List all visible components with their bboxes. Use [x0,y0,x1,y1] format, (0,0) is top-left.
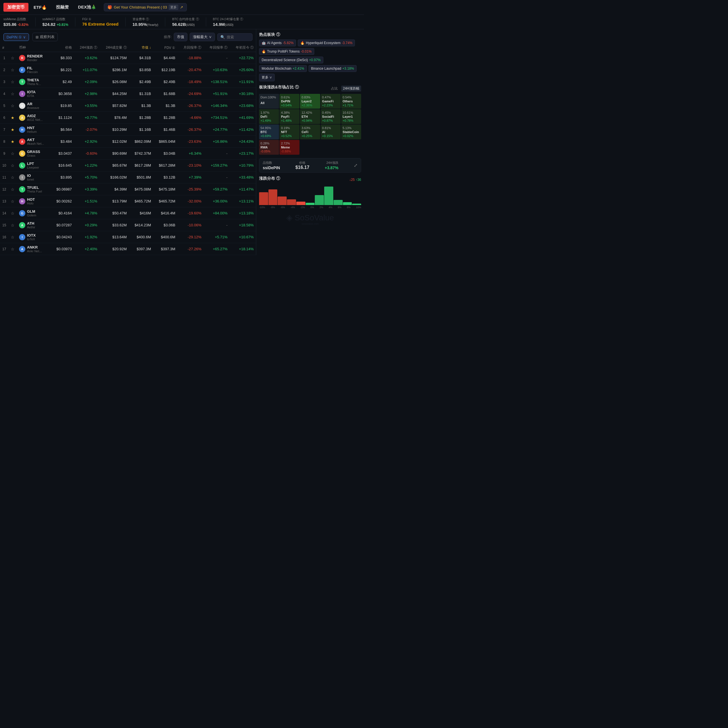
cell-coin[interactable]: AANKRAnkr Net... [17,243,51,255]
xmas-banner[interactable]: 🎁 Get Your Christmas Present ( 03 更多 ↗ [104,3,187,11]
col-vol24h[interactable]: 24H成交量 ① [99,43,129,52]
cell-star[interactable]: ☆ [9,100,17,112]
cell-coin[interactable]: AARArweave [17,100,51,112]
treemap-cell[interactable]: 0.83%Layer2+2.36% [300,94,320,109]
star-button[interactable]: ☆ [11,211,14,216]
nav-etf[interactable]: ETF🔥 [29,3,51,12]
cell-coin[interactable]: AAKTAkash Net... [17,136,51,148]
star-button[interactable]: ☆ [11,187,14,192]
cell-star[interactable]: ☆ [9,219,17,231]
star-button[interactable]: ☆ [11,163,14,168]
treemap-cell[interactable]: 5.13%StableCoin+0.02% [341,125,361,139]
treemap-cell[interactable] [321,140,341,155]
sort-dir-btn[interactable]: 涨幅最大 ∨ [190,33,215,41]
cell-star[interactable]: ★ [9,112,17,124]
filter-depin[interactable]: DePIN ① ∨ [3,33,29,41]
cell-coin[interactable]: HHOTHolo [17,195,51,207]
cell-star[interactable]: ☆ [9,88,17,100]
cell-coin[interactable]: FFILFilecoin [17,64,51,76]
star-button[interactable]: ☆ [11,235,14,239]
treemap-cell[interactable]: 0.28%RWA-0.05% [259,140,279,155]
col-price[interactable]: 价格 [51,43,74,52]
treemap-tab-change[interactable]: 24H涨跌幅 [341,86,361,92]
xmas-more[interactable]: 更多 [169,5,178,10]
treemap-cell[interactable]: 10.61%Layer1+0.78% [341,109,361,124]
hot-tag[interactable]: 🤖AI Agents-5.82% [259,40,296,46]
star-button[interactable]: ☆ [11,92,14,96]
cell-star[interactable]: ☆ [9,159,17,171]
col-change24h[interactable]: 24H涨跌 ① [74,43,100,52]
treemap-cell[interactable]: Dom:100%All [259,94,279,109]
expand-icon[interactable]: ⤢ [354,163,358,168]
cell-coin[interactable]: IIOTAIOTA [17,88,51,100]
cell-coin[interactable]: GGLMGolem [17,207,51,219]
treemap-cell[interactable]: 3.63%CeFi+0.25% [300,125,320,139]
treemap-cell[interactable]: 0.47%GameFi+2.23% [321,94,341,109]
nav-dex[interactable]: DEX池🎄 [74,3,100,12]
cell-coin[interactable]: AATHAethir [17,219,51,231]
treemap-cell[interactable]: 0.61%DePIN+3.54% [280,94,300,109]
star-button[interactable]: ★ [11,115,14,120]
treemap-cell[interactable]: 0.45%SocialFi+0.87% [321,109,341,124]
cell-coin[interactable]: HHNTHelium [17,124,51,136]
cell-star[interactable]: ☆ [9,76,17,88]
cell-star[interactable]: ☆ [9,171,17,184]
cell-coin[interactable]: TTFUELTheta Fuel [17,184,51,195]
cell-coin[interactable]: AAIOZAIOZ Net... [17,112,51,124]
star-button[interactable]: ☆ [11,223,14,228]
treemap-cell[interactable]: 0.54%Others+1.71% [341,94,361,109]
star-button[interactable]: ☆ [11,68,14,72]
cell-star[interactable]: ☆ [9,231,17,243]
nav-crypto[interactable]: 加密货币 [3,3,28,12]
hot-tag[interactable]: 更多 ∨ [259,73,275,81]
star-button[interactable]: ☆ [11,56,14,60]
hot-tag[interactable]: Binance Launchpad+3.18% [309,65,356,72]
col-mcap[interactable]: 市值 ↓ [129,43,153,52]
star-button[interactable]: ☆ [11,80,14,84]
treemap-cell[interactable]: 54.95%BTC+0.69% [259,125,279,139]
hot-tag[interactable]: 🔥Trump PolitiFi Tokens-0.01% [259,48,314,55]
treemap-cell[interactable] [341,140,361,155]
hot-tag[interactable]: Modular Blockchain+2.41% [259,65,307,72]
star-button[interactable]: ☆ [11,175,14,180]
cell-coin[interactable]: GGRASSGrass [17,148,51,159]
cell-star[interactable]: ☆ [9,207,17,219]
treemap-cell[interactable]: 12.42%ETH+0.94% [300,109,320,124]
cell-coin[interactable]: IIOIonet [17,171,51,184]
col-yearly[interactable]: 年回报率 ① [203,43,230,52]
cell-star[interactable]: ☆ [9,195,17,207]
treemap-cell[interactable]: 0.19%NFT+0.52% [280,125,300,139]
nav-invest[interactable]: 投融资 [52,3,73,12]
cell-coin[interactable]: RRENDERRender [17,52,51,64]
treemap-cell[interactable] [300,140,320,155]
cell-coin[interactable]: LLPTLivepeer [17,159,51,171]
treemap-tab-pct[interactable]: 占比 [329,86,340,92]
treemap-cell[interactable]: 0.81%AI+0.15% [321,125,341,139]
cell-star[interactable]: ☆ [9,243,17,255]
hot-tag[interactable]: Decentralized Science (DeSci)+0.97% [259,57,323,63]
cell-star[interactable]: ☆ [9,148,17,159]
cell-star[interactable]: ☆ [9,64,17,76]
star-button[interactable]: ☆ [11,247,14,251]
col-monthly[interactable]: 月回报率 ① [177,43,203,52]
treemap-cell[interactable]: 4.38%PayFi+1.48% [280,109,300,124]
cell-star[interactable]: ★ [9,124,17,136]
cell-star[interactable]: ☆ [9,184,17,195]
cell-coin[interactable]: IIOTXIoTeX [17,231,51,243]
cell-star[interactable]: ☆ [9,52,17,64]
treemap-cell[interactable]: 2.72%Meme-0.88% [280,140,300,155]
sort-by-btn[interactable]: 市值 [174,33,187,41]
treemap-cell[interactable]: 1.97%DeFi+1.49% [259,109,279,124]
star-button[interactable]: ★ [11,139,14,144]
watch-list-btn[interactable]: ⊞ 观察列表 [32,33,58,41]
cell-star[interactable]: ★ [9,136,17,148]
star-button[interactable]: ★ [11,127,14,132]
star-button[interactable]: ☆ [11,199,14,203]
cell-coin[interactable]: TTHETATheta N... [17,76,51,88]
col-ytd[interactable]: 年初至今 ① [230,43,256,52]
hot-tag[interactable]: 🔥Hyperliquid Ecosystem-3.74% [298,40,355,46]
search-input[interactable] [226,35,249,39]
star-button[interactable]: ☆ [11,151,14,156]
col-fdv[interactable]: FDV ① [153,43,177,52]
star-button[interactable]: ☆ [11,104,14,108]
